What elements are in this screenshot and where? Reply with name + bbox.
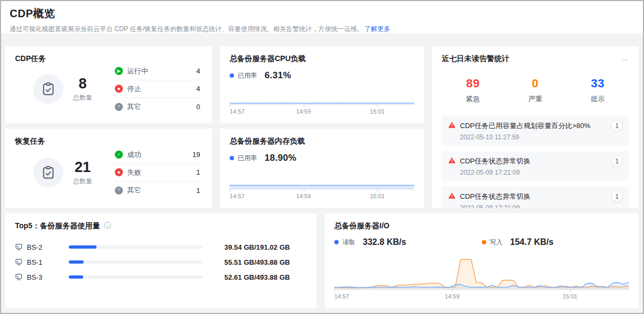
alert-title: CDP任务状态异常切换 [460, 156, 530, 166]
learn-more-link[interactable]: 了解更多 [364, 25, 390, 33]
page-subtitle-text: 通过可视化视图直观展示当前云平台 CDP 任务/恢复任务的数量和状态统计、容量使… [10, 25, 363, 33]
alarm-critical-count: 89 [442, 77, 504, 91]
stat-value: 0 [196, 103, 200, 111]
memory-legend: 已用率 18.90% [230, 153, 414, 163]
io-read-value: 332.8 KB/s [363, 237, 406, 247]
legend-dot-blue [334, 240, 339, 244]
server-usage-value: 52.61 GB/493.88 GB [224, 273, 290, 281]
memory-load-card-title: 总备份服务器内存负载 [230, 137, 414, 146]
io-legends: 读取 332.8 KB/s 写入 154.7 KB/s [334, 237, 629, 247]
dashboard-body: CDP任务 8 总数量 [1, 33, 643, 308]
alert-timestamp: 2022-05-09 17:21:09 [448, 204, 623, 208]
cpu-legend-label: 已用率 [238, 71, 257, 80]
page-header: CDP概览 通过可视化视图直观展示当前云平台 CDP 任务/恢复任务的数量和状态… [1, 1, 643, 33]
alarm-card: 近七日未读告警统计 → 89 紧急 0 严重 33 提示 [432, 46, 639, 208]
alert-timestamp: 2022-05-09 17:21:09 [448, 169, 623, 176]
alarm-stat-severe: 0 严重 [504, 77, 566, 104]
alarm-critical-label: 紧急 [442, 94, 504, 104]
io-read-label: 读取 [342, 238, 355, 247]
alert-item[interactable]: CDP任务状态异常切换 1 2022-05-09 17:21:09 [442, 186, 629, 208]
stat-value: 1 [196, 186, 200, 195]
page-title: CDP概览 [10, 6, 643, 21]
alert-timestamp: 2022-05-10 11:27:59 [448, 133, 623, 141]
cdp-tasks-total-label: 总数量 [73, 93, 92, 102]
server-icon [15, 258, 23, 266]
x-tick-label: 14:57 [230, 193, 245, 199]
server-usage-list: BS-2 39.54 GB/191.02 GB BS-1 55.51 GB/49… [15, 240, 307, 285]
cdp-tasks-total-value: 8 [73, 76, 92, 92]
server-usage-value: 39.54 GB/191.02 GB [224, 243, 290, 251]
stat-value: 4 [196, 67, 200, 75]
cdp-overview-page: CDP概览 通过可视化视图直观展示当前云平台 CDP 任务/恢复任务的数量和状态… [0, 0, 644, 314]
io-card: 总备份服务器I/O 读取 332.8 KB/s 写入 154.7 KB/s [325, 213, 639, 308]
io-chart-x-axis: 14:57 14:59 15:01 [334, 289, 629, 300]
stop-circle-icon: ■ [115, 85, 123, 93]
stat-label: 成功 [127, 150, 141, 160]
stat-label: 其它 [127, 185, 141, 195]
cdp-tasks-total-summary: 8 总数量 [33, 74, 92, 104]
alarm-stats: 89 紧急 0 严重 33 提示 [442, 77, 629, 104]
legend-dot-orange [482, 240, 486, 244]
cdp-tasks-card: CDP任务 8 总数量 [5, 46, 212, 123]
warning-triangle-icon [448, 121, 456, 131]
alert-count-badge: 1 [611, 120, 623, 131]
alert-item[interactable]: CDP任务状态异常切换 1 2022-05-09 17:21:09 [442, 151, 629, 181]
alarm-card-title: 近七日未读告警统计 [442, 54, 509, 64]
stat-value: 19 [193, 151, 200, 159]
warning-triangle-icon [448, 192, 456, 201]
alarm-info-count: 33 [567, 77, 629, 91]
restore-tasks-total-value: 21 [73, 159, 92, 175]
restore-tasks-card-title: 恢复任务 [15, 137, 202, 146]
cpu-load-chart: 14:57 14:59 15:01 [230, 84, 414, 115]
cpu-load-card-title: 总备份服务器CPU负载 [230, 54, 414, 64]
memory-legend-label: 已用率 [238, 154, 257, 163]
server-usage-row: BS-2 39.54 GB/191.02 GB [15, 240, 307, 255]
x-tick-label: 15:01 [370, 193, 385, 199]
stat-label: 运行中 [127, 66, 148, 76]
x-tick-label: 14:59 [296, 108, 311, 115]
cpu-load-chart-plot [230, 84, 414, 104]
restore-tasks-total-summary: 21 总数量 [33, 158, 92, 188]
io-chart-plot [334, 256, 629, 289]
server-name: BS-3 [27, 273, 69, 281]
info-icon[interactable]: i [104, 222, 111, 229]
alarm-severe-label: 严重 [504, 94, 566, 104]
server-name: BS-1 [27, 258, 69, 266]
clipboard-icon [33, 158, 63, 188]
server-name: BS-2 [27, 243, 69, 251]
memory-chart-x-axis: 14:57 14:59 15:01 [230, 189, 414, 200]
alarm-list: CDP任务已用容量占规划容量百分比>80% 1 2022-05-10 11:27… [442, 116, 629, 208]
server-usage-value: 55.51 GB/493.88 GB [224, 258, 290, 266]
legend-dot-blue [230, 156, 234, 160]
usage-bar [69, 275, 203, 279]
usage-bar [69, 260, 203, 264]
warning-triangle-icon [448, 156, 456, 166]
io-card-title: 总备份服务器I/O [334, 221, 629, 231]
stop-circle-icon: ■ [115, 168, 123, 176]
stat-value: 1 [196, 168, 200, 176]
check-circle-icon: ✓ [115, 151, 123, 159]
alarm-info-label: 提示 [567, 94, 629, 104]
arrow-right-icon[interactable]: → [620, 54, 629, 63]
stat-row-running: ▶ 运行中 4 [115, 63, 200, 80]
memory-usage-value: 18.90% [265, 153, 296, 163]
clipboard-icon [33, 74, 63, 104]
x-tick-label: 15:01 [562, 293, 577, 300]
stat-row-other: ? 其它 0 [115, 98, 200, 116]
cpu-chart-x-axis: 14:57 14:59 15:01 [230, 104, 414, 115]
memory-load-chart-plot [230, 169, 414, 189]
top5-card-title: Top5：备份服务器使用量 [15, 221, 100, 231]
stat-value: 4 [196, 85, 200, 93]
alert-item[interactable]: CDP任务已用容量占规划容量百分比>80% 1 2022-05-10 11:27… [442, 116, 629, 146]
io-write-value: 154.7 KB/s [510, 237, 554, 247]
server-icon [15, 243, 23, 251]
alert-title: CDP任务状态异常切换 [460, 192, 530, 201]
alarm-severe-count: 0 [504, 77, 566, 91]
play-circle-icon: ▶ [115, 67, 123, 75]
stat-label: 其它 [127, 102, 141, 111]
cpu-usage-value: 6.31% [265, 70, 291, 81]
alarm-stat-info: 33 提示 [567, 77, 629, 104]
stat-label: 失败 [127, 168, 141, 177]
io-write-legend: 写入 154.7 KB/s [482, 237, 630, 247]
alarm-stat-critical: 89 紧急 [442, 77, 504, 104]
